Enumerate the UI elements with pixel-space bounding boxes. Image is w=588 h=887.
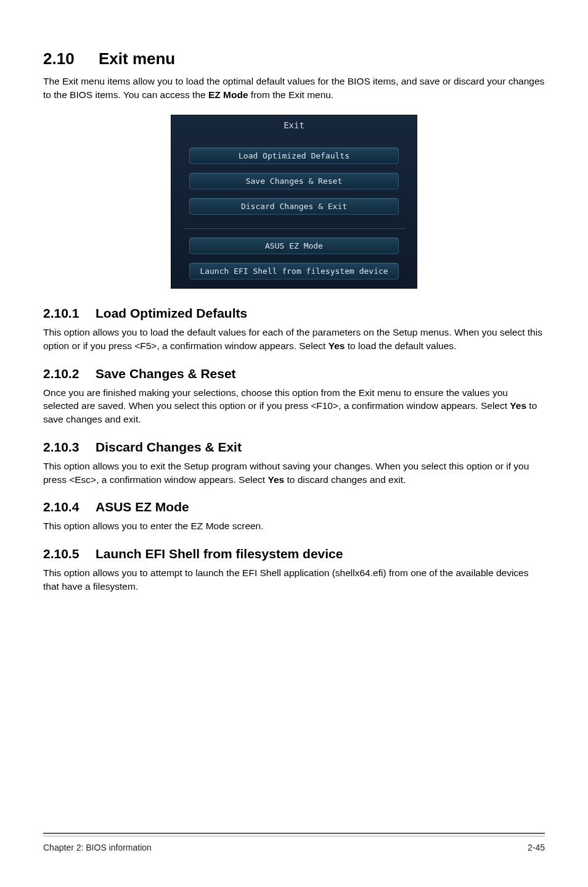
section-1-bold: Yes	[329, 340, 345, 351]
page-footer: Chapter 2: BIOS information 2-45	[43, 833, 545, 852]
bios-divider	[183, 228, 405, 229]
section-1-text-2: to load the default values.	[345, 340, 456, 351]
bios-exit-panel: Exit Load Optimized Defaults Save Change…	[171, 115, 417, 289]
load-optimized-defaults-button[interactable]: Load Optimized Defaults	[189, 147, 399, 164]
section-1-title: Load Optimized Defaults	[96, 306, 247, 321]
launch-efi-shell-button[interactable]: Launch EFI Shell from filesystem device	[189, 263, 399, 279]
section-2-bold: Yes	[510, 400, 526, 411]
save-changes-reset-button[interactable]: Save Changes & Reset	[189, 173, 399, 189]
section-heading-1: 2.10.1 Load Optimized Defaults	[43, 306, 545, 321]
section-2-title: Save Changes & Reset	[96, 366, 236, 381]
section-4-paragraph: This option allows you to enter the EZ M…	[43, 519, 545, 533]
main-heading: 2.10 Exit menu	[43, 49, 545, 68]
section-heading-5: 2.10.5 Launch EFI Shell from filesystem …	[43, 547, 545, 561]
section-3-bold: Yes	[267, 474, 284, 485]
section-4-title: ASUS EZ Mode	[96, 500, 189, 514]
intro-text-2: from the Exit menu.	[248, 89, 334, 100]
section-3-number: 2.10.3	[43, 440, 96, 455]
section-1-paragraph: This option allows you to load the defau…	[43, 326, 545, 352]
section-2-number: 2.10.2	[43, 366, 96, 381]
discard-changes-exit-button[interactable]: Discard Changes & Exit	[189, 198, 399, 215]
intro-paragraph: The Exit menu items allow you to load th…	[43, 75, 545, 101]
section-2-paragraph: Once you are finished making your select…	[43, 386, 545, 426]
intro-bold: EZ Mode	[208, 89, 248, 100]
section-heading-2: 2.10.2 Save Changes & Reset	[43, 366, 545, 381]
section-4-number: 2.10.4	[43, 500, 96, 514]
footer-page-number: 2-45	[528, 843, 545, 852]
section-5-number: 2.10.5	[43, 547, 96, 561]
section-5-paragraph: This option allows you to attempt to lau…	[43, 566, 545, 593]
section-2-text-1: Once you are finished making your select…	[43, 387, 510, 411]
asus-ez-mode-button[interactable]: ASUS EZ Mode	[189, 237, 399, 254]
section-5-title: Launch EFI Shell from filesystem device	[96, 547, 343, 561]
section-1-text-1: This option allows you to load the defau…	[43, 327, 542, 351]
main-heading-title: Exit menu	[99, 49, 175, 68]
section-1-number: 2.10.1	[43, 306, 96, 321]
section-3-text-2: to discard changes and exit.	[284, 474, 406, 485]
bios-panel-title: Exit	[171, 115, 417, 139]
section-heading-4: 2.10.4 ASUS EZ Mode	[43, 500, 545, 514]
main-heading-number: 2.10	[43, 49, 99, 68]
section-heading-3: 2.10.3 Discard Changes & Exit	[43, 440, 545, 455]
section-3-paragraph: This option allows you to exit the Setup…	[43, 460, 545, 486]
section-3-title: Discard Changes & Exit	[96, 440, 242, 455]
footer-chapter: Chapter 2: BIOS information	[43, 843, 152, 852]
